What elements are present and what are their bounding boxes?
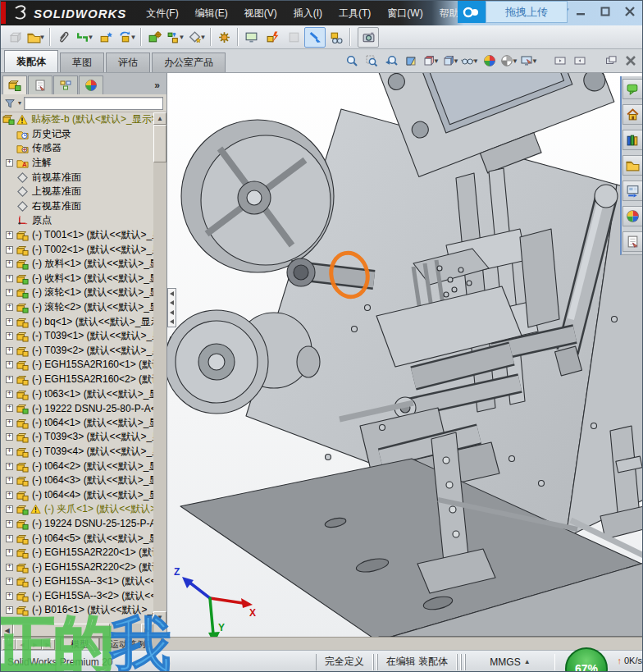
expand-toggle[interactable]: + — [6, 318, 13, 326]
expand-toggle[interactable]: + — [6, 505, 13, 513]
section-view-button[interactable] — [401, 51, 421, 71]
tab-评估[interactable]: 评估 — [106, 53, 150, 72]
home-button[interactable] — [622, 104, 643, 125]
large-design-review-button[interactable] — [304, 27, 326, 48]
tree-item[interactable]: +(-) EGH15SA2R220<1> (默认<<默认>_显示状态 1>) — [1, 546, 154, 560]
zoom-to-area-button[interactable] — [362, 51, 381, 71]
tree-item[interactable]: +(-) T039<4> (默认<<默认>_显示状态 1>) — [1, 445, 154, 459]
drag-upload-overlay[interactable]: 拖拽上传 — [458, 1, 568, 23]
menu-1[interactable]: 编辑(E) — [187, 1, 236, 25]
close-button[interactable] — [621, 4, 639, 19]
tree-item[interactable]: +(-) 放料<1> (默认<<默认>_显示状态 1>) — [1, 257, 154, 272]
expand-toggle[interactable]: + — [6, 347, 13, 354]
close-pane-button[interactable] — [621, 51, 641, 71]
design-library-button[interactable] — [622, 130, 643, 150]
file-explorer-button[interactable] — [622, 155, 643, 176]
expand-toggle[interactable]: + — [6, 304, 13, 311]
tree-item[interactable]: +(-) EGH15SA2R160<1> (默认<<默认>_显示状态 1>) — [1, 358, 154, 373]
tree-item[interactable]: +(-) t063<1> (默认<<默认>_显示状态 1>) — [1, 386, 154, 401]
speedpak-button[interactable] — [262, 27, 283, 48]
tree-item[interactable]: +(-) EGH15SA--3<1> (默认<<默认>_显示状态 1>) — [1, 574, 154, 589]
tree-item[interactable]: +(-) 19222 DSNU-25-80-P-A<1> — [1, 401, 154, 416]
propertymanager-tab[interactable] — [28, 75, 52, 94]
expand-toggle[interactable]: + — [6, 376, 13, 383]
study-nav-1[interactable]: ◀ — [16, 639, 29, 650]
expand-toggle[interactable]: + — [6, 275, 13, 282]
tree-item[interactable]: +(-) 滚轮<1> (默认<<默认>_显示状态 1>) — [1, 286, 154, 300]
tree-item[interactable]: +(-) bq<1> (默认<<默认>_显示状态 1>) — [1, 314, 154, 329]
units-dropdown[interactable]: MMGS▲ — [465, 654, 555, 670]
previous-view-button[interactable] — [381, 51, 401, 71]
tree-item[interactable]: +(-) T039<3> (默认<<默认>_显示状态 1>) — [1, 430, 154, 445]
expand-toggle[interactable]: + — [6, 477, 13, 484]
tab-办公室产品[interactable]: 办公室产品 — [152, 53, 226, 72]
move-component-button[interactable]: ▼ — [116, 27, 138, 48]
expand-toggle[interactable]: + — [6, 549, 13, 556]
menu-4[interactable]: 工具(T) — [331, 1, 379, 25]
expand-toggle[interactable]: + — [6, 592, 13, 600]
expand-toggle[interactable]: + — [6, 448, 13, 455]
tree-vertical-scrollbar[interactable]: ▲ ▼ — [153, 112, 166, 624]
tree-item[interactable]: +(-) T002<1> (默认<<默认>_显示状态 1>) — [1, 242, 154, 257]
tree-item[interactable]: 传感器 — [1, 141, 154, 156]
tree-root-item[interactable]: 贴标签-b (默认<默认>_显示状态 1>) — [1, 112, 154, 127]
expand-toggle[interactable]: + — [6, 520, 13, 528]
assembly-features-button[interactable] — [144, 27, 165, 48]
expand-toggle[interactable]: + — [6, 361, 13, 368]
menu-5[interactable]: 窗口(W) — [379, 1, 431, 25]
appearances-scenes-button[interactable] — [622, 206, 643, 226]
tree-item[interactable]: +(-) EGH15SA2R160<2> (默认<<默认>_显示状态 1>) — [1, 373, 154, 387]
panel-more-chevron[interactable]: » — [154, 80, 166, 94]
attachment-button[interactable] — [52, 27, 74, 48]
tree-item[interactable]: 原点 — [1, 213, 154, 228]
tab-模型[interactable]: 模型 — [60, 638, 99, 650]
expand-toggle[interactable]: + — [6, 491, 13, 499]
tree-item[interactable]: +(-) B016<1> (默认<<默认>_显示状态 1>) — [1, 603, 154, 618]
tree-item[interactable]: 右视基准面 — [1, 199, 154, 214]
progress-badge[interactable]: 67% — [565, 647, 608, 672]
vertical-scroll-thumb[interactable] — [153, 125, 166, 162]
tree-item[interactable]: +(-) t064<1> (默认<<默认>_显示状态 1>) — [1, 415, 154, 430]
tree-item[interactable]: +(-) t064<3> (默认<<默认>_显示状态 1>) — [1, 473, 154, 488]
display-style-button[interactable]: ▼ — [440, 51, 460, 71]
tree-item[interactable]: +(-) T039<1> (默认<<默认>_显示状态 1>) — [1, 329, 154, 344]
horizontal-scroll-thumb[interactable] — [13, 624, 110, 637]
edit-appearance-button[interactable] — [480, 51, 499, 71]
expand-toggle[interactable]: + — [6, 260, 13, 267]
study-nav-2[interactable]: ▶ — [29, 639, 42, 650]
tree-item[interactable]: +(-) EGH15SA--3<2> (默认<<默认>_显示状态 1>) — [1, 589, 154, 604]
expand-toggle[interactable]: + — [6, 564, 13, 571]
menu-3[interactable]: 插入(I) — [285, 1, 331, 25]
expand-toggle[interactable]: + — [6, 231, 13, 239]
expand-toggle[interactable]: + — [6, 419, 13, 427]
tree-item[interactable]: +(-) T001<1> (默认<<默认>_显示状态 1>) — [1, 228, 154, 243]
tree-item[interactable]: +(-) t064<2> (默认<<默认>_显示状态 1>) — [1, 459, 154, 473]
smart-fastener-button[interactable] — [95, 27, 116, 48]
restore-button[interactable] — [596, 4, 614, 19]
zoom-to-fit-button[interactable] — [342, 51, 362, 71]
split-display-pane-button[interactable] — [601, 51, 621, 71]
expand-toggle[interactable]: + — [6, 463, 13, 470]
expand-toggle[interactable]: + — [6, 289, 13, 296]
expand-toggle[interactable]: + — [6, 606, 13, 614]
tree-item[interactable]: +(-) 夹爪<1> (默认<<默认>_显示状态 1>) — [1, 502, 154, 517]
tree-item[interactable]: +(-) EGH15SA2R220<2> (默认<<默认>_显示状态 1>) — [1, 560, 154, 574]
pane-left-button[interactable] — [550, 51, 570, 71]
tab-草图[interactable]: 草图 — [60, 53, 104, 72]
tab-运动算例1[interactable]: 运动算例1 — [99, 638, 162, 650]
study-nav-3[interactable]: ▶| — [42, 639, 55, 650]
view-orientation-button[interactable]: ▼ — [421, 51, 440, 71]
tree-item[interactable]: 前视基准面 — [1, 170, 154, 185]
tree-item[interactable]: 历史记录 — [1, 127, 154, 142]
expand-toggle[interactable]: + — [6, 391, 13, 398]
interference-detection-button[interactable] — [283, 27, 304, 48]
insert-component-button[interactable] — [4, 27, 25, 48]
filter-input[interactable] — [24, 97, 163, 110]
mate-button[interactable]: ▼ — [74, 27, 95, 48]
menu-0[interactable]: 文件(F) — [138, 1, 186, 25]
assembly-visualization-button[interactable] — [240, 27, 262, 48]
configurationmanager-tab[interactable] — [53, 75, 78, 94]
scroll-right-button[interactable]: ▶ — [141, 624, 153, 637]
view-palette-button[interactable] — [622, 181, 643, 201]
reference-geometry-button[interactable]: ▼ — [186, 27, 207, 48]
